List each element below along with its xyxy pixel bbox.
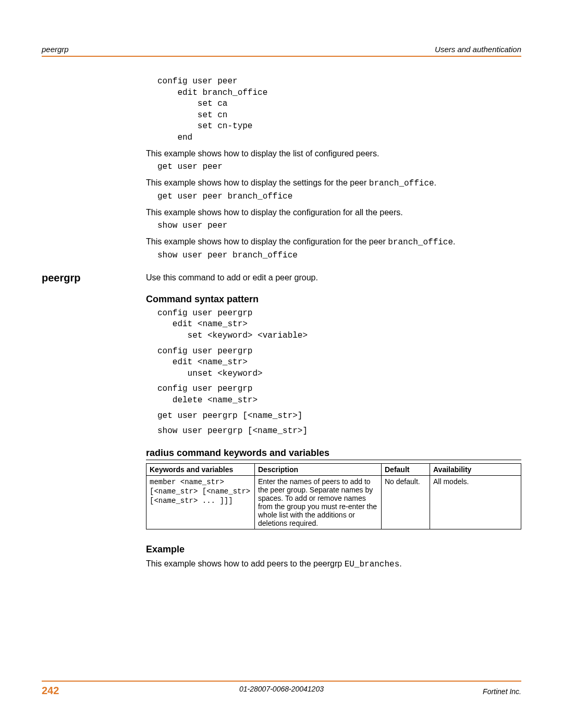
para-config-peer: This example shows how to display the co… (146, 236, 521, 248)
th-keywords: Keywords and variables (146, 463, 255, 475)
page-header: peergrp Users and authentication (42, 45, 521, 57)
para6-text-b: . (399, 559, 401, 568)
side-heading-peergrp: peergrp (42, 272, 146, 284)
th-default: Default (382, 463, 430, 475)
para2-code: branch_office (369, 179, 434, 188)
footer-company: Fortinet Inc. (483, 687, 521, 696)
para6-code: EU_branches (345, 560, 400, 569)
para2-text-a: This example shows how to display the se… (146, 178, 369, 187)
td-keywords: member <name_str> [<name_str> [<name_str… (146, 475, 255, 529)
table-header-row: Keywords and variables Description Defau… (146, 463, 521, 475)
heading-command-syntax: Command syntax pattern (146, 294, 521, 305)
body-row-1: config user peer edit branch_office set … (42, 75, 521, 266)
th-availability: Availability (430, 463, 521, 475)
code-show-user-peer: show user peer (157, 220, 521, 232)
heading-radius-keywords: radius command keywords and variables (146, 448, 521, 460)
code-get-user-peer: get user peer (157, 162, 521, 173)
syntax-block-2: config user peergrp edit <name_str> unse… (157, 346, 521, 380)
keywords-table: Keywords and variables Description Defau… (146, 463, 521, 529)
para2-text-b: . (434, 178, 436, 187)
right-col-2: Use this command to add or edit a peer g… (146, 272, 521, 573)
body-row-2: peergrp Use this command to add or edit … (42, 272, 521, 573)
page-footer: 242 01-28007-0068-20041203 Fortinet Inc. (42, 681, 521, 697)
para4-text-a: This example shows how to display the co… (146, 237, 388, 246)
para-peergrp-intro: Use this command to add or edit a peer g… (146, 272, 521, 283)
footer-doc-id: 01-28007-0068-20041203 (239, 685, 324, 693)
right-col-1: config user peer edit branch_office set … (146, 75, 521, 266)
code-config-user-peer: config user peer edit branch_office set … (157, 76, 521, 144)
para4-code: branch_office (388, 238, 453, 247)
code-show-user-peer-branch: show user peer branch_office (157, 250, 521, 262)
td-description: Enter the names of peers to add to the p… (255, 475, 382, 529)
para-config-all-peers: This example shows how to display the co… (146, 207, 521, 218)
page: peergrp Users and authentication config … (0, 0, 563, 728)
page-number: 242 (42, 685, 59, 697)
para6-text-a: This example shows how to add peers to t… (146, 559, 345, 568)
header-left: peergrp (42, 45, 69, 54)
table-row: member <name_str> [<name_str> [<name_str… (146, 475, 521, 529)
para-example: This example shows how to add peers to t… (146, 558, 521, 570)
syntax-block-5: show user peergrp [<name_str>] (157, 426, 521, 437)
syntax-block-3: config user peergrp delete <name_str> (157, 384, 521, 406)
heading-example: Example (146, 544, 521, 555)
para-list-peers: This example shows how to display the li… (146, 148, 521, 159)
left-col-heading: peergrp (42, 272, 146, 573)
para-settings-peer: This example shows how to display the se… (146, 177, 521, 189)
header-right: Users and authentication (435, 45, 521, 54)
td-availability: All models. (430, 475, 521, 529)
code-get-user-peer-branch: get user peer branch_office (157, 191, 521, 203)
th-description: Description (255, 463, 382, 475)
td-default: No default. (382, 475, 430, 529)
syntax-block-1: config user peergrp edit <name_str> set … (157, 308, 521, 342)
footer-line: 242 01-28007-0068-20041203 Fortinet Inc. (42, 681, 521, 697)
para4-text-b: . (453, 237, 455, 246)
syntax-block-4: get user peergrp [<name_str>] (157, 411, 521, 422)
left-col-empty (42, 75, 146, 266)
